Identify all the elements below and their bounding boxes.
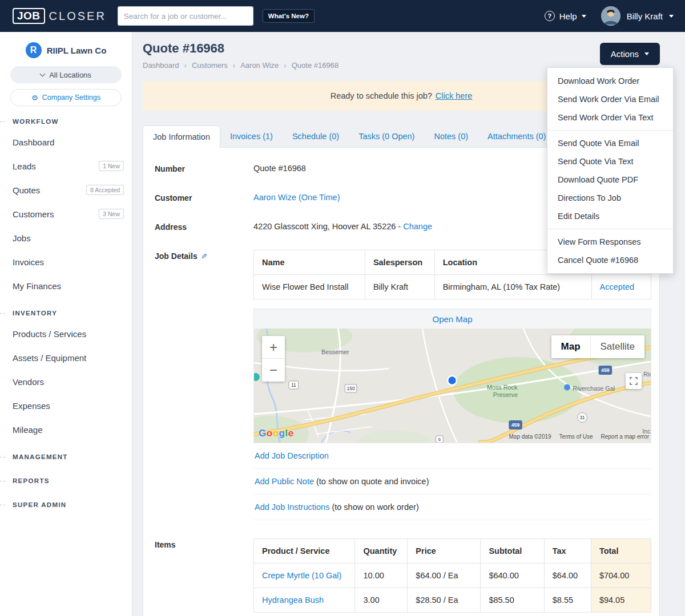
add-public-note-link[interactable]: Add Public Note bbox=[255, 477, 314, 486]
job-name-cell: Wise Flower Bed Install bbox=[254, 275, 365, 299]
col-tax: Tax bbox=[544, 539, 591, 564]
customer-type: (One Time) bbox=[299, 193, 340, 202]
number-label: Number bbox=[155, 163, 253, 173]
customer-link[interactable]: Aaron Wize bbox=[253, 193, 296, 202]
user-menu[interactable]: Billy Kraft bbox=[601, 6, 674, 26]
job-status-dropdown[interactable]: Accepted bbox=[591, 275, 651, 299]
menu-item-send-quote-text[interactable]: Send Quote Via Text bbox=[547, 152, 673, 171]
menu-item-view-form-responses[interactable]: View Form Responses bbox=[547, 233, 673, 251]
zoom-out-button[interactable]: − bbox=[262, 359, 285, 382]
menu-item-download-work-order[interactable]: Download Work Order bbox=[547, 72, 673, 90]
add-job-instructions-link[interactable]: Add Job Instructions bbox=[255, 502, 329, 512]
map-data-credit: Map data ©2019 bbox=[509, 433, 551, 440]
breadcrumb-dashboard[interactable]: Dashboard bbox=[143, 61, 179, 70]
tab-invoices[interactable]: Invoices (1) bbox=[220, 125, 283, 147]
menu-divider bbox=[547, 229, 673, 229]
quotes-badge: 8 Accepted bbox=[86, 185, 124, 195]
fullscreen-button[interactable] bbox=[626, 373, 642, 389]
menu-item-edit-details[interactable]: Edit Details bbox=[547, 207, 673, 225]
menu-item-cancel-quote[interactable]: Cancel Quote #16968 bbox=[547, 251, 673, 269]
address-value: 4220 Glasscott Xing, Hoover AL 35226 - bbox=[253, 222, 401, 231]
breadcrumb-customer-name[interactable]: Aaron Wize bbox=[240, 61, 279, 70]
map-marker[interactable] bbox=[448, 376, 457, 385]
sidebar-nav: WORKFLOW Dashboard Leads 1 New Quotes 8 … bbox=[0, 113, 132, 513]
item-price: $28.50 / Ea bbox=[408, 588, 481, 613]
items-header-row: Product / Service Quantity Price Subtota… bbox=[254, 539, 651, 564]
sidebar-item-label: Customers bbox=[13, 209, 54, 219]
sidebar-item-vendors[interactable]: Vendors bbox=[0, 370, 132, 394]
job-details-label: Job Details bbox=[155, 250, 253, 261]
sidebar-item-jobs[interactable]: Jobs bbox=[0, 226, 132, 250]
col-total: Total bbox=[591, 539, 651, 564]
tab-attachments[interactable]: Attachments (0) bbox=[478, 125, 555, 147]
search-input[interactable] bbox=[118, 6, 253, 26]
sidebar-item-customers[interactable]: Customers 3 New bbox=[0, 202, 132, 226]
sidebar-item-leads[interactable]: Leads 1 New bbox=[0, 154, 132, 178]
map-type-satellite-button[interactable]: Satellite bbox=[590, 335, 644, 358]
item-subtotal: $85.50 bbox=[481, 588, 544, 613]
company-switcher[interactable]: R RIIPL Lawn Co bbox=[7, 42, 125, 58]
menu-item-send-work-order-email[interactable]: Send Work Order Via Email bbox=[547, 90, 673, 108]
route-shield-label: 6 bbox=[438, 437, 441, 442]
item-row: Crepe Myrtle (10 Gal) 10.00 $64.00 / Ea … bbox=[254, 564, 651, 588]
tab-tasks[interactable]: Tasks (0 Open) bbox=[349, 125, 424, 147]
interstate-shield-label: 459 bbox=[511, 422, 520, 428]
map-canvas[interactable]: Bessemer 11 150 459 459 31 bbox=[254, 329, 651, 443]
map-label-preserve: Preserve bbox=[493, 391, 518, 398]
sidebar-item-expenses[interactable]: Expenses bbox=[0, 394, 132, 418]
terms-of-use-link[interactable]: Terms of Use bbox=[559, 433, 593, 440]
add-job-description-row: Add Job Description bbox=[253, 443, 651, 469]
tab-notes[interactable]: Notes (0) bbox=[424, 125, 478, 147]
report-map-error-link[interactable]: Report a map error bbox=[601, 433, 649, 440]
breadcrumb-customers[interactable]: Customers bbox=[192, 61, 228, 70]
zoom-in-button[interactable]: + bbox=[262, 336, 285, 359]
add-job-instructions-row: Add Job Instructions (to show on work or… bbox=[253, 495, 651, 520]
item-price: $64.00 / Ea bbox=[408, 564, 481, 588]
nav-header-reports[interactable]: REPORTS bbox=[0, 472, 132, 489]
help-menu[interactable]: ? Help bbox=[545, 11, 586, 21]
tab-job-information[interactable]: Job Information bbox=[143, 125, 220, 148]
menu-item-send-work-order-text[interactable]: Send Work Order Via Text bbox=[547, 108, 673, 127]
items-row: Items Product / Service Quantity Price S… bbox=[151, 529, 651, 616]
nav-header-inventory[interactable]: INVENTORY bbox=[0, 305, 132, 322]
breadcrumb-separator bbox=[184, 61, 187, 70]
help-icon: ? bbox=[545, 11, 555, 21]
job-details-row: Job Details Name Salesperson Location bbox=[151, 241, 651, 529]
sidebar-item-products-services[interactable]: Products / Services bbox=[0, 322, 132, 346]
sidebar-item-label: Vendors bbox=[13, 377, 44, 387]
nav-section-super-admin: SUPER ADMIN bbox=[0, 496, 132, 513]
company-logo: R bbox=[26, 42, 42, 58]
locations-dropdown[interactable]: All Locations bbox=[10, 66, 122, 83]
whats-new-button[interactable]: What's New? bbox=[263, 9, 315, 23]
col-price: Price bbox=[408, 539, 481, 564]
sidebar-item-label: Leads bbox=[13, 161, 36, 171]
add-job-description-link[interactable]: Add Job Description bbox=[255, 451, 329, 460]
nav-header-management[interactable]: MANAGEMENT bbox=[0, 448, 132, 465]
nav-header-workflow[interactable]: WORKFLOW bbox=[0, 113, 132, 130]
sidebar-item-assets-equipment[interactable]: Assets / Equipment bbox=[0, 346, 132, 370]
nav-section-reports: REPORTS bbox=[0, 472, 132, 489]
nav-header-super-admin[interactable]: SUPER ADMIN bbox=[0, 496, 132, 513]
sidebar-item-dashboard[interactable]: Dashboard bbox=[0, 130, 132, 154]
banner-click-here-link[interactable]: Click here bbox=[436, 91, 472, 100]
company-settings-button[interactable]: Company Settings bbox=[10, 89, 122, 106]
app-logo[interactable]: JOB CLOSER bbox=[13, 8, 106, 24]
address-change-link[interactable]: Change bbox=[403, 222, 432, 231]
sidebar: R RIIPL Lawn Co All Locations Company Se… bbox=[0, 32, 132, 616]
menu-item-directions-to-job[interactable]: Directions To Job bbox=[547, 189, 673, 207]
items-table: Product / Service Quantity Price Subtota… bbox=[253, 538, 651, 613]
sidebar-item-quotes[interactable]: Quotes 8 Accepted bbox=[0, 178, 132, 202]
item-product-link[interactable]: Hydrangea Bush bbox=[254, 588, 355, 613]
tab-schedule[interactable]: Schedule (0) bbox=[283, 125, 349, 147]
menu-item-download-quote-pdf[interactable]: Download Quote PDF bbox=[547, 171, 673, 189]
fullscreen-icon bbox=[629, 376, 638, 386]
sidebar-item-mileage[interactable]: Mileage bbox=[0, 418, 132, 441]
menu-item-send-quote-email[interactable]: Send Quote Via Email bbox=[547, 134, 673, 152]
col-salesperson: Salesperson bbox=[365, 250, 434, 275]
map-type-map-button[interactable]: Map bbox=[551, 335, 590, 358]
open-map-link[interactable]: Open Map bbox=[254, 309, 651, 329]
sidebar-item-invoices[interactable]: Invoices bbox=[0, 250, 132, 274]
actions-button[interactable]: Actions bbox=[600, 43, 660, 65]
item-product-link[interactable]: Crepe Myrtle (10 Gal) bbox=[254, 564, 355, 588]
sidebar-item-my-finances[interactable]: My Finances bbox=[0, 274, 132, 298]
